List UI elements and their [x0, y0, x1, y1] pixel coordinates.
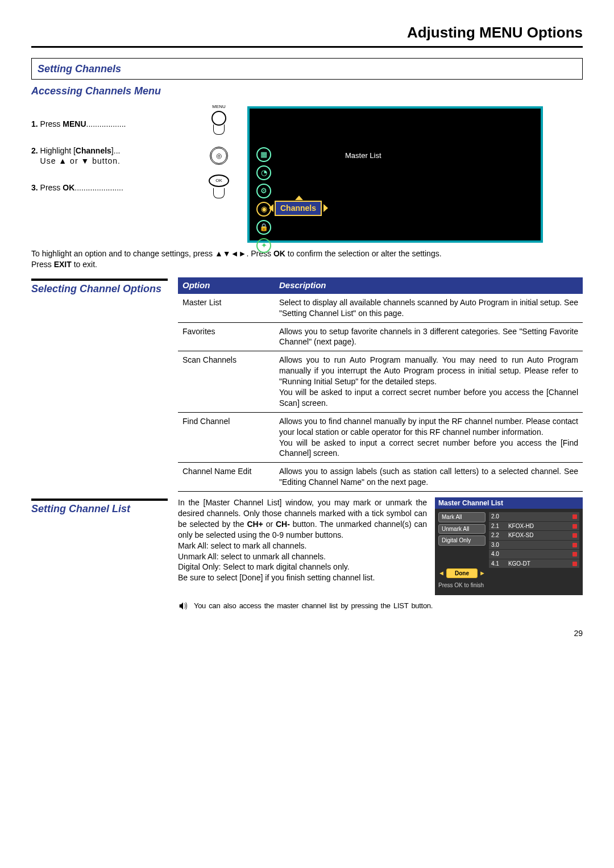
mcl-row-name: KGO-DT — [508, 560, 572, 568]
antenna-icon: ◎ — [210, 147, 228, 165]
mcl-row-name: KFOX-HD — [508, 522, 572, 530]
osd-master-list-label: Master List — [345, 151, 381, 161]
section-box: Setting Channels — [31, 58, 583, 80]
osd-arrow-left-icon — [269, 204, 273, 212]
table-row: Find ChannelAllows you to find channel m… — [178, 412, 583, 463]
note-line: You can also access the master channel l… — [178, 601, 583, 611]
mcl-digital-only-button[interactable]: Digital Only — [438, 535, 486, 546]
instruction-text: To highlight an option and to change set… — [31, 248, 583, 270]
mcl-row-mark-icon — [572, 524, 577, 529]
master-channel-list-box: Master Channel List Mark All Unmark All … — [435, 497, 583, 595]
table-row: Scan ChannelsAllows you to run Auto Prog… — [178, 351, 583, 412]
options-table: Option Description Master ListSelect to … — [178, 277, 583, 492]
osd-sound-icon: ◔ — [256, 165, 271, 180]
mcl-row-channel: 4.1 — [491, 560, 508, 568]
step-3-dots: ...................... — [74, 183, 123, 192]
step-2-use: Use ▲ or ▼ button. — [40, 156, 121, 165]
option-cell: Favorites — [178, 322, 275, 351]
step-3-num: 3. — [31, 183, 40, 192]
step-2: 2. Highlight [Channels]... Use ▲ or ▼ bu… — [31, 146, 236, 167]
mcl-row-mark-icon — [572, 543, 577, 547]
table-row: Channel Name EditAllows you to assign la… — [178, 463, 583, 492]
press-menu-icon-label: MENU — [209, 104, 229, 110]
page-number: 29 — [31, 628, 583, 639]
mcl-title: Master Channel List — [435, 497, 583, 509]
mcl-left-arrow-icon: ◄ — [438, 570, 445, 576]
mcl-done-button[interactable]: Done — [446, 568, 478, 579]
divider — [31, 279, 168, 281]
sl-p5: Be sure to select [Done] if you finish s… — [178, 573, 375, 582]
instr-2a: Press — [31, 260, 54, 269]
mcl-row-channel: 4.0 — [491, 550, 508, 558]
description-cell: Allows you to find channel manually by i… — [275, 412, 583, 463]
instr-2b: EXIT — [54, 260, 72, 269]
setting-list-heading: Setting Channel List — [31, 502, 168, 516]
mcl-row-channel: 2.2 — [491, 531, 508, 539]
mcl-row[interactable]: 2.0 — [489, 512, 579, 521]
mcl-row-mark-icon — [572, 562, 577, 566]
sl-p1d: CH- — [276, 520, 290, 529]
note-text: You can also access the master channel l… — [194, 601, 433, 611]
osd-arrow-right-icon — [323, 204, 328, 212]
mcl-row-channel: 3.0 — [491, 541, 508, 549]
instr-1c: to confirm the selection or alter the se… — [285, 249, 442, 258]
step-1-dots: .................. — [86, 119, 126, 128]
table-row: Master ListSelect to display all availab… — [178, 294, 583, 322]
mcl-row[interactable]: 2.1KFOX-HD — [489, 522, 579, 531]
mcl-right-arrow-icon: ► — [479, 570, 486, 576]
divider — [31, 499, 168, 501]
option-cell: Master List — [178, 294, 275, 322]
osd-side-icons: ▦ ◔ ⚙ ◉ 🔒 ✦ — [256, 147, 271, 253]
sl-p1b: CH+ — [247, 520, 263, 529]
sl-p3: Unmark All: select to unmark all channel… — [178, 552, 326, 561]
step-1-b: MENU — [63, 119, 86, 128]
mcl-row[interactable]: 4.0 — [489, 550, 579, 559]
step-2-c: ]... — [111, 146, 121, 155]
instr-1b: OK — [273, 249, 285, 258]
speaker-icon — [178, 601, 188, 611]
osd-channels-highlight: Channels — [275, 201, 322, 216]
step-1-a: Press — [40, 119, 63, 128]
mcl-row-channel: 2.1 — [491, 522, 508, 530]
sl-p1c: or — [263, 520, 276, 529]
mcl-row-name: KFOX-SD — [508, 531, 572, 539]
setting-list-text: In the [Master Channel List] window, you… — [178, 497, 427, 595]
mcl-mark-all-button[interactable]: Mark All — [438, 512, 486, 522]
step-3-a: Press — [40, 183, 63, 192]
step-2-a: Highlight [ — [40, 146, 76, 155]
step-3: 3. Press OK...................... OK — [31, 175, 236, 201]
mcl-row[interactable]: 4.1KGO-DT — [489, 559, 579, 568]
page-title: Adjusting MENU Options — [31, 23, 583, 48]
mcl-unmark-all-button[interactable]: Unmark All — [438, 524, 486, 534]
press-menu-icon: MENU — [209, 111, 229, 135]
mcl-row[interactable]: 2.2KFOX-SD — [489, 531, 579, 540]
description-cell: Select to display all available channels… — [275, 294, 583, 322]
osd-picture-icon: ▦ — [256, 147, 271, 162]
option-cell: Find Channel — [178, 412, 275, 463]
mcl-row[interactable]: 3.0 — [489, 541, 579, 550]
section-heading: Setting Channels — [38, 63, 121, 74]
mcl-row-mark-icon — [572, 533, 577, 538]
step-1: 1. Press MENU.................. MENU — [31, 111, 236, 138]
step-2-num: 2. — [31, 146, 40, 155]
osd-extra-icon: ✦ — [256, 238, 271, 253]
step-1-num: 1. — [31, 119, 40, 128]
mcl-footer: Press OK to finish — [438, 582, 579, 589]
access-heading: Accessing Channels Menu — [31, 84, 583, 98]
steps-column: 1. Press MENU.................. MENU 2. … — [31, 103, 236, 243]
osd-lock-icon: 🔒 — [256, 220, 271, 235]
instr-2c: to exit. — [72, 260, 97, 269]
selecting-heading: Selecting Channel Options — [31, 282, 168, 296]
step-3-b: OK — [63, 183, 74, 192]
press-ok-icon: OK — [209, 175, 229, 198]
press-ok-icon-label: OK — [209, 175, 229, 187]
description-cell: Allows you to run Auto Program manually.… — [275, 351, 583, 412]
description-cell: Allows you to assign labels (such as sta… — [275, 463, 583, 492]
option-cell: Scan Channels — [178, 351, 275, 412]
mcl-row-channel: 2.0 — [491, 513, 508, 521]
step-2-b: Channels — [76, 146, 111, 155]
th-option: Option — [178, 277, 275, 293]
osd-settings-icon: ⚙ — [256, 184, 271, 198]
option-cell: Channel Name Edit — [178, 463, 275, 492]
mcl-row-mark-icon — [572, 514, 577, 519]
